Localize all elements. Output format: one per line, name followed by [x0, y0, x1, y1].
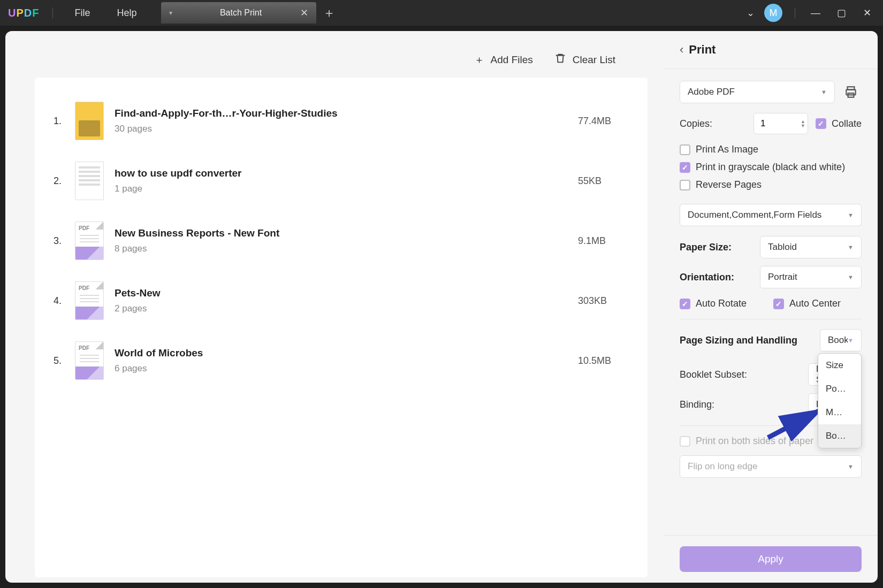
- orientation-value: Portrait: [768, 272, 797, 282]
- auto-center-checkbox[interactable]: Auto Center: [773, 298, 841, 309]
- page-sizing-dropdown: Size Po… M… Bo…: [818, 353, 862, 448]
- booklet-subset-label: Booklet Subset:: [680, 369, 747, 380]
- avatar[interactable]: M: [764, 4, 782, 22]
- content-area: ＋ Add Files Clear List 1. Find-and-Apply…: [5, 31, 664, 583]
- file-size: 303KB: [578, 295, 642, 307]
- app-logo: UPDF: [8, 7, 39, 19]
- file-size: 10.5MB: [578, 355, 642, 366]
- add-files-label: Add Files: [491, 54, 533, 66]
- row-index: 2.: [40, 175, 64, 187]
- close-tab-icon[interactable]: ✕: [300, 7, 308, 19]
- sizing-option-poster[interactable]: Po…: [818, 377, 861, 401]
- content-select[interactable]: Document,Comment,Form Fields ▼: [680, 204, 862, 226]
- divider: [795, 7, 795, 18]
- step-down-icon[interactable]: ▼: [801, 124, 805, 128]
- title-bar: UPDF File Help ▾ Batch Print ✕ ＋ ⌄ M — ▢…: [0, 0, 883, 26]
- orientation-label: Orientation:: [680, 272, 734, 283]
- file-name: World of Microbes: [115, 347, 578, 359]
- caret-icon: ▼: [848, 274, 854, 280]
- auto-rotate-checkbox[interactable]: Auto Rotate: [680, 298, 747, 309]
- flip-select: Flip on long edge ▼: [680, 455, 862, 478]
- file-list: 1. Find-and-Apply-For-th…r-Your-Higher-S…: [35, 78, 648, 577]
- list-item[interactable]: 1. Find-and-Apply-For-th…r-Your-Higher-S…: [40, 91, 642, 151]
- content-value: Document,Comment,Form Fields: [688, 210, 821, 220]
- app-menu-chevron-icon[interactable]: ⌄: [747, 7, 755, 19]
- file-pages: 8 pages: [115, 243, 578, 254]
- file-name: Pets-New: [115, 287, 578, 299]
- clear-list-button[interactable]: Clear List: [554, 52, 615, 67]
- add-files-button[interactable]: ＋ Add Files: [474, 52, 533, 67]
- copies-value: 1: [760, 118, 765, 129]
- paper-size-label: Paper Size:: [680, 242, 732, 253]
- window-minimize-button[interactable]: —: [808, 7, 824, 19]
- file-pages: 1 page: [115, 184, 578, 194]
- file-thumbnail: [75, 102, 104, 140]
- window-close-button[interactable]: ✕: [859, 7, 875, 19]
- file-size: 55KB: [578, 175, 642, 187]
- grayscale-label: Print in grayscale (black and white): [696, 162, 845, 173]
- auto-center-label: Auto Center: [789, 298, 841, 309]
- caret-icon: ▼: [848, 337, 854, 343]
- menu-help[interactable]: Help: [109, 7, 144, 19]
- file-thumbnail: PDF: [75, 222, 104, 260]
- collate-label: Collate: [832, 118, 862, 129]
- grayscale-checkbox[interactable]: Print in grayscale (black and white): [680, 162, 862, 173]
- list-item[interactable]: 4. PDF Pets-New 2 pages 303KB: [40, 271, 642, 331]
- file-size: 77.4MB: [578, 116, 642, 127]
- copies-label: Copies:: [680, 118, 712, 129]
- collate-checkbox[interactable]: Collate: [816, 118, 862, 129]
- print-button[interactable]: [840, 81, 862, 103]
- printer-value: Adobe PDF: [688, 87, 735, 97]
- caret-icon: ▼: [821, 89, 827, 95]
- file-thumbnail: PDF: [75, 341, 104, 380]
- file-size: 9.1MB: [578, 235, 642, 247]
- plus-icon: ＋: [474, 53, 484, 67]
- reverse-pages-label: Reverse Pages: [696, 179, 762, 190]
- orientation-select[interactable]: Portrait ▼: [760, 266, 862, 288]
- apply-button[interactable]: Apply: [680, 546, 862, 572]
- divider: [52, 7, 53, 18]
- binding-label: Binding:: [680, 399, 714, 410]
- row-index: 1.: [40, 116, 64, 127]
- paper-size-value: Tabloid: [768, 242, 797, 253]
- flip-value: Flip on long edge: [688, 461, 757, 472]
- caret-icon: ▼: [848, 212, 854, 218]
- list-item[interactable]: 5. PDF World of Microbes 6 pages 10.5MB: [40, 331, 642, 391]
- row-index: 3.: [40, 235, 64, 247]
- trash-icon: [554, 52, 566, 67]
- chevron-down-icon[interactable]: ▾: [169, 9, 182, 17]
- paper-size-select[interactable]: Tabloid ▼: [760, 236, 862, 258]
- print-as-image-label: Print As Image: [696, 144, 758, 155]
- file-pages: 30 pages: [115, 124, 578, 134]
- printer-select[interactable]: Adobe PDF ▼: [680, 81, 835, 103]
- page-sizing-label: Page Sizing and Handling: [680, 335, 797, 346]
- file-pages: 6 pages: [115, 363, 578, 374]
- file-pages: 2 pages: [115, 303, 578, 314]
- print-sidebar: ‹ Print Adobe PDF ▼ Copies:: [664, 31, 878, 583]
- tabs: ▾ Batch Print ✕ ＋: [161, 0, 336, 26]
- page-sizing-value: Bookle: [828, 335, 848, 346]
- menu-file[interactable]: File: [66, 7, 98, 19]
- list-item[interactable]: 2. how to use updf converter 1 page 55KB: [40, 151, 642, 211]
- file-thumbnail: PDF: [75, 281, 104, 320]
- reverse-pages-checkbox[interactable]: Reverse Pages: [680, 179, 862, 190]
- row-index: 4.: [40, 295, 64, 307]
- back-button[interactable]: ‹: [680, 43, 683, 57]
- caret-icon: ▼: [848, 244, 854, 250]
- sizing-option-multiple[interactable]: M…: [818, 401, 861, 424]
- file-thumbnail: [75, 162, 104, 200]
- file-name: New Business Reports - New Font: [115, 227, 578, 239]
- row-index: 5.: [40, 355, 64, 366]
- tab-batch-print[interactable]: ▾ Batch Print ✕: [161, 2, 316, 24]
- sizing-option-size[interactable]: Size: [818, 354, 861, 377]
- list-item[interactable]: 3. PDF New Business Reports - New Font 8…: [40, 211, 642, 271]
- sizing-option-booklet[interactable]: Bo…: [818, 424, 861, 448]
- sidebar-title: Print: [689, 43, 715, 57]
- add-tab-button[interactable]: ＋: [323, 4, 336, 21]
- file-name: Find-and-Apply-For-th…r-Your-Higher-Stud…: [115, 108, 578, 119]
- window-maximize-button[interactable]: ▢: [833, 7, 849, 19]
- tab-title: Batch Print: [182, 8, 300, 18]
- print-as-image-checkbox[interactable]: Print As Image: [680, 144, 862, 155]
- copies-stepper[interactable]: 1 ▲▼: [753, 113, 808, 134]
- page-sizing-select[interactable]: Bookle ▼: [820, 329, 862, 352]
